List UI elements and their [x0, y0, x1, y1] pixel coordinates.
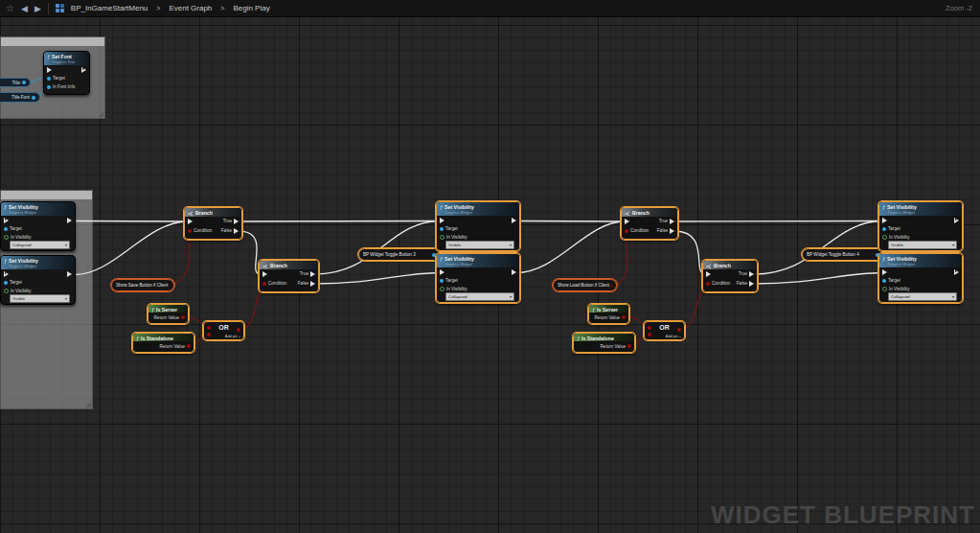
- exec-in-pin[interactable]: [4, 271, 9, 277]
- exec-out-pin[interactable]: [81, 67, 86, 73]
- or-node[interactable]: OR Add pin +: [644, 321, 685, 340]
- in-visibility-pin[interactable]: [882, 287, 887, 291]
- title-variable-pill[interactable]: Title: [0, 78, 31, 87]
- or-input-pin[interactable]: [648, 333, 651, 336]
- set-visibility-node[interactable]: ƒ Set Visibility Target is Widget Target…: [878, 201, 963, 251]
- pin-label: Target: [888, 278, 900, 283]
- visibility-dropdown[interactable]: Collapsed ▾: [888, 292, 957, 301]
- exec-out-pin[interactable]: [512, 218, 516, 223]
- exec-in-pin[interactable]: [262, 271, 267, 277]
- exec-in-pin[interactable]: [625, 219, 629, 224]
- in-visibility-pin[interactable]: [882, 235, 887, 240]
- widget-toggle-button-3-pill[interactable]: BP Widget Toggle Button 3: [358, 248, 441, 261]
- output-pin[interactable]: [22, 81, 26, 84]
- show-save-button-pill[interactable]: Show Save Button if Client: [111, 279, 174, 291]
- condition-pin[interactable]: [262, 282, 266, 286]
- or-node[interactable]: OR Add pin +: [203, 321, 244, 340]
- is-standalone-node[interactable]: ƒ Is Standalone Return Value: [132, 333, 194, 353]
- in-visibility-pin[interactable]: [440, 235, 444, 240]
- branch-node[interactable]: Branch True Condition False: [702, 260, 758, 292]
- branch-node[interactable]: Branch True Condition False: [621, 207, 678, 240]
- add-pin-button[interactable]: Add pin +: [666, 335, 681, 338]
- function-icon: ƒ: [4, 204, 7, 210]
- set-visibility-node[interactable]: ƒ Set Visibility Target is Widget Target…: [878, 253, 963, 303]
- target-pin[interactable]: [47, 77, 51, 81]
- output-pin[interactable]: [611, 284, 612, 288]
- condition-pin[interactable]: [706, 282, 710, 286]
- target-pin[interactable]: [882, 227, 886, 231]
- pin-label: True: [300, 271, 308, 276]
- or-input-pin[interactable]: [207, 326, 211, 330]
- node-subtitle: Target is Text: [52, 59, 75, 64]
- exec-in-pin[interactable]: [882, 218, 887, 223]
- return-value-pin[interactable]: [181, 315, 185, 319]
- false-pin[interactable]: [749, 281, 754, 287]
- false-pin[interactable]: [310, 281, 315, 287]
- exec-in-pin[interactable]: [882, 269, 887, 275]
- or-input-pin[interactable]: [648, 326, 651, 330]
- widget-toggle-button-4-pill[interactable]: BP Widget Toggle Button 4: [802, 248, 884, 261]
- graph-canvas[interactable]: ƒ Set Font Target is Text Target In Font…: [0, 17, 980, 533]
- visibility-dropdown[interactable]: Visible ▾: [10, 294, 70, 303]
- true-pin[interactable]: [670, 219, 674, 224]
- visibility-dropdown[interactable]: Collapsed ▾: [10, 241, 70, 249]
- return-value-pin[interactable]: [627, 344, 631, 348]
- forward-icon[interactable]: ▶: [34, 0, 41, 17]
- exec-in-pin[interactable]: [4, 218, 9, 223]
- exec-in-pin[interactable]: [706, 271, 711, 277]
- exec-out-pin[interactable]: [512, 269, 516, 275]
- or-input-pin[interactable]: [207, 333, 211, 336]
- branch-node[interactable]: Branch True Condition False: [184, 207, 242, 240]
- exec-out-pin[interactable]: [954, 269, 959, 275]
- or-output-pin[interactable]: [237, 328, 240, 332]
- exec-in-pin[interactable]: [47, 67, 52, 73]
- set-visibility-node[interactable]: ƒ Set Visibility Target is Widget Target…: [0, 255, 76, 305]
- return-value-pin[interactable]: [622, 315, 626, 319]
- visibility-dropdown[interactable]: Collapsed ▾: [445, 292, 514, 301]
- breadcrumb-begin-play[interactable]: Begin Play: [233, 4, 269, 12]
- branch-node[interactable]: Branch True Condition False: [259, 260, 319, 292]
- is-server-node[interactable]: ƒ Is Server Return Value: [588, 304, 629, 324]
- is-server-node[interactable]: ƒ Is Server Return Value: [148, 304, 189, 324]
- target-pin[interactable]: [4, 281, 8, 285]
- visibility-dropdown[interactable]: Visible ▾: [888, 241, 957, 249]
- visibility-dropdown[interactable]: Visible ▾: [445, 241, 514, 249]
- exec-out-pin[interactable]: [954, 218, 959, 223]
- or-output-pin[interactable]: [677, 328, 681, 332]
- exec-in-pin[interactable]: [188, 219, 193, 224]
- true-pin[interactable]: [234, 219, 239, 224]
- favorite-star-icon[interactable]: ☆: [6, 0, 14, 17]
- target-pin[interactable]: [4, 227, 8, 231]
- is-standalone-node[interactable]: ƒ Is Standalone Return Value: [573, 333, 635, 353]
- true-pin[interactable]: [749, 271, 754, 277]
- breadcrumb-event-graph[interactable]: Event Graph: [169, 4, 212, 12]
- condition-pin[interactable]: [625, 229, 628, 233]
- return-value-pin[interactable]: [187, 344, 191, 348]
- exec-out-pin[interactable]: [67, 218, 72, 223]
- target-pin[interactable]: [440, 227, 444, 231]
- true-pin[interactable]: [310, 271, 315, 277]
- exec-out-pin[interactable]: [67, 271, 72, 277]
- target-pin[interactable]: [440, 279, 444, 283]
- condition-pin[interactable]: [188, 229, 192, 233]
- back-icon[interactable]: ◀: [21, 0, 28, 17]
- title-font-variable-pill[interactable]: Title Font: [0, 92, 40, 103]
- set-font-node[interactable]: ƒ Set Font Target is Text Target In Font…: [43, 51, 90, 95]
- target-pin[interactable]: [882, 279, 886, 283]
- breadcrumb-root[interactable]: BP_InGameStartMenu: [71, 4, 148, 12]
- in-visibility-pin[interactable]: [4, 289, 9, 293]
- in-visibility-pin[interactable]: [440, 287, 444, 291]
- exec-in-pin[interactable]: [440, 218, 444, 223]
- false-pin[interactable]: [670, 228, 674, 234]
- chevron-down-icon: ▾: [952, 294, 954, 299]
- in-visibility-pin[interactable]: [4, 235, 9, 240]
- output-pin[interactable]: [32, 96, 35, 100]
- exec-in-pin[interactable]: [440, 269, 444, 275]
- show-load-button-pill[interactable]: Show Load Button if Client: [553, 279, 617, 291]
- set-visibility-node[interactable]: ƒ Set Visibility Target is Widget Target…: [436, 253, 520, 303]
- in-font-info-pin[interactable]: [47, 85, 51, 89]
- set-visibility-node[interactable]: ƒ Set Visibility Target is Widget Target…: [436, 201, 520, 251]
- false-pin[interactable]: [234, 228, 239, 234]
- set-visibility-node[interactable]: ƒ Set Visibility Target is Widget Target…: [0, 201, 76, 251]
- add-pin-button[interactable]: Add pin +: [225, 335, 240, 338]
